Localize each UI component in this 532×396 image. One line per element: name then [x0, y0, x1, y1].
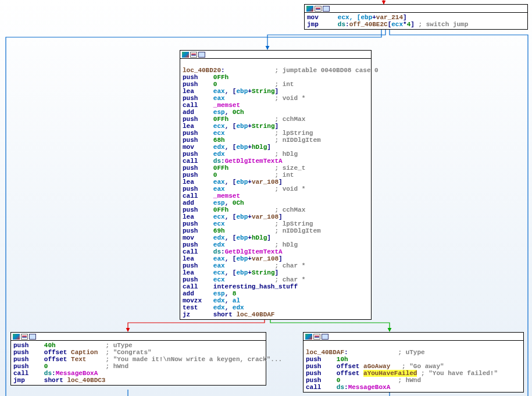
node-icon-3	[198, 52, 205, 58]
node-body: push 40h ; uType push offset Caption ; "…	[11, 341, 266, 385]
node-switch-jump[interactable]: mov ecx, [ebp+var_214] jmp ds:off_40BE2C…	[304, 4, 528, 30]
node-body: loc_40BD20: ; jumptable 0040BD08 case 0 …	[180, 59, 371, 319]
node-icon-1	[182, 52, 189, 58]
node-icon-3	[322, 334, 329, 340]
highlighted-symbol: aYouHaveFailed	[363, 370, 417, 377]
node-header	[11, 333, 266, 341]
node-header	[304, 333, 523, 341]
node-icon-1	[13, 334, 20, 340]
node-success-msgbox[interactable]: push 40h ; uType push offset Caption ; "…	[10, 332, 266, 386]
node-header	[305, 5, 527, 13]
node-icon-3	[323, 6, 330, 12]
node-icon-2	[315, 6, 322, 12]
node-icon-2	[313, 334, 320, 340]
node-icon-1	[305, 334, 312, 340]
node-body: loc_40BDAF: ; uType push 10h push offset…	[304, 341, 523, 392]
node-icon-3	[29, 334, 36, 340]
node-fail-msgbox[interactable]: loc_40BDAF: ; uType push 10h push offset…	[303, 332, 524, 393]
node-body: mov ecx, [ebp+var_214] jmp ds:off_40BE2C…	[305, 13, 527, 29]
node-icon-2	[190, 52, 197, 58]
node-icon-1	[306, 6, 313, 12]
node-main-case0[interactable]: loc_40BD20: ; jumptable 0040BD08 case 0 …	[180, 50, 372, 320]
node-header	[180, 51, 371, 59]
node-icon-2	[21, 334, 28, 340]
